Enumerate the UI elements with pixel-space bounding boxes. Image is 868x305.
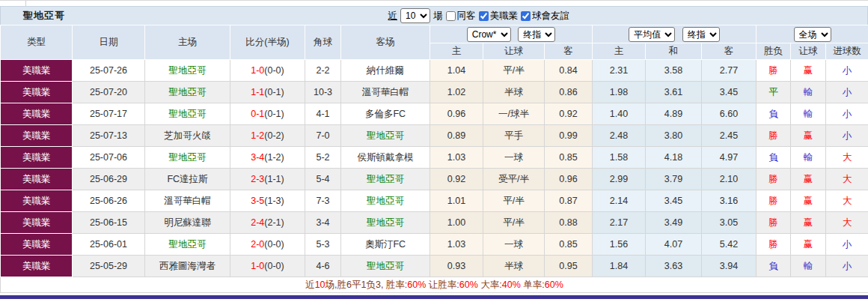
- handicap-result-cell: 赢: [791, 234, 826, 256]
- handicap-away-odds-cell: 0.96: [545, 169, 593, 190]
- away-team-cell: 侯斯頓戴拿模: [341, 147, 430, 169]
- result-cell: 勝: [757, 60, 791, 82]
- fulltime-score: 2-0: [251, 239, 264, 250]
- date-cell: 25-06-01: [73, 234, 145, 256]
- score-cell: 1-0(0-0): [230, 60, 305, 82]
- same-venue-checkbox[interactable]: [446, 11, 456, 21]
- avg-away-odds-cell: 2.45: [702, 125, 757, 147]
- friendly-checkbox[interactable]: [521, 11, 531, 21]
- away-team-cell: 多倫多FC: [341, 103, 430, 125]
- avg-away-odds-cell: 3.16: [702, 190, 757, 212]
- halftime-score: (0-0): [264, 65, 284, 76]
- halftime-score: (0-1): [264, 109, 284, 119]
- corner-cell: 4-1: [305, 103, 341, 125]
- handicap-line-cell: 一/球半: [483, 103, 545, 125]
- col-header-score: 比分(半场): [230, 25, 305, 60]
- date-cell: 25-06-15: [73, 212, 145, 234]
- scope-select[interactable]: 全场: [794, 27, 831, 42]
- home-team-cell: 溫哥華白帽: [145, 190, 230, 212]
- halftime-score: (0-0): [264, 261, 284, 271]
- recent-link[interactable]: 近: [388, 10, 398, 22]
- avg-home-odds-cell: 2.17: [593, 212, 646, 234]
- table-row: 美職業 25-06-29 FC達拉斯 2-3(1-1) 5-4 聖地亞哥 0.9…: [1, 169, 868, 190]
- summary-segment: 60%: [459, 280, 478, 290]
- match-count-select[interactable]: 10: [400, 8, 430, 23]
- result-cell: 勝: [757, 190, 791, 212]
- handicap-away-odds-cell: 0.87: [545, 190, 593, 212]
- halftime-score: (1-2): [264, 152, 284, 163]
- mls-checkbox[interactable]: [479, 11, 489, 21]
- avg-draw-odds-cell: 4.89: [646, 103, 702, 125]
- result-cell: 負: [757, 147, 791, 169]
- fulltime-score: 2-4: [251, 217, 264, 228]
- handicap-home-odds-cell: 0.93: [430, 256, 483, 277]
- fulltime-score: 2-3: [251, 174, 264, 184]
- summary-segment: 近: [305, 280, 315, 290]
- handicap-result-cell: 赢: [791, 190, 826, 212]
- fulltime-score: 3-4: [251, 152, 264, 163]
- handicap-line-cell: 一球: [483, 147, 545, 169]
- league-cell: 美職業: [1, 256, 73, 277]
- handicap-home-odds-cell: 0.96: [430, 103, 483, 125]
- corner-cell: 4-6: [305, 256, 341, 277]
- col-header-avg-draw: 和: [646, 43, 702, 60]
- col-header-avg-away: 客: [702, 43, 757, 60]
- avg-home-odds-cell: 1.56: [593, 234, 646, 256]
- col-header-handicap-line: 让球: [483, 43, 545, 60]
- avg-home-odds-cell: 2.14: [593, 190, 646, 212]
- matches-unit-label: 場: [433, 10, 443, 22]
- handicap-line-cell: 平/半: [483, 212, 545, 234]
- handicap-home-odds-cell: 1.03: [430, 147, 483, 169]
- fulltime-score: 1-1: [251, 87, 264, 97]
- halftime-score: (1-1): [264, 174, 284, 184]
- avg-away-odds-cell: 6.60: [702, 103, 757, 125]
- handicap-result-cell: 輸: [791, 82, 826, 103]
- goals-result-cell: 小: [826, 234, 868, 256]
- avg-home-odds-cell: 1.98: [593, 82, 646, 103]
- table-row: 美職業 25-06-01 聖地亞哥 2-0(0-0) 5-3 奧斯汀FC 1.0…: [1, 234, 868, 256]
- fulltime-score: 3-5: [251, 196, 264, 206]
- odds-stage-select[interactable]: 终指: [518, 27, 555, 42]
- table-row: 美職業 25-07-20 聖地亞哥 1-1(0-1) 10-3 溫哥華白帽 1.…: [1, 82, 868, 103]
- col-header-away: 客场: [341, 25, 430, 60]
- summary-segment: 60%: [545, 280, 563, 290]
- home-team-cell: 聖地亞哥: [145, 103, 230, 125]
- score-cell: 3-4(1-2): [230, 147, 305, 169]
- goals-result-cell: 大: [826, 212, 868, 234]
- summary-segment: 大率:: [478, 280, 502, 290]
- corner-cell: 3-4: [305, 212, 341, 234]
- same-venue-checkbox-row[interactable]: 同客: [446, 10, 476, 22]
- goals-result-cell: 小: [826, 256, 868, 277]
- handicap-result-cell: 輸: [791, 103, 826, 125]
- fulltime-score: 1-0: [251, 261, 264, 271]
- avg-away-odds-cell: 3.94: [702, 256, 757, 277]
- handicap-away-odds-cell: 0.86: [545, 82, 593, 103]
- score-cell: 3-5(1-3): [230, 190, 305, 212]
- date-cell: 25-07-13: [73, 125, 145, 147]
- halftime-score: (1-3): [264, 196, 284, 206]
- friendly-checkbox-row[interactable]: 球會友誼: [521, 10, 569, 22]
- mls-label: 美職業: [490, 10, 519, 22]
- away-team-cell: 聖地亞哥: [341, 125, 430, 147]
- table-row: 美職業 25-07-13 芝加哥火燄 1-2(0-2) 7-0 聖地亞哥 0.8…: [1, 125, 868, 147]
- summary-segment: 单率:: [521, 280, 545, 290]
- avg-home-odds-cell: 2.99: [593, 169, 646, 190]
- handicap-result-cell: 赢: [791, 125, 826, 147]
- summary-segment: 让胜率:: [426, 280, 459, 290]
- score-cell: 0-1(0-1): [230, 103, 305, 125]
- avg-stage-select[interactable]: 终指: [682, 27, 720, 42]
- odds-company-select[interactable]: Crow*: [467, 27, 511, 42]
- league-cell: 美職業: [1, 190, 73, 212]
- mls-checkbox-row[interactable]: 美職業: [479, 10, 519, 22]
- away-team-cell: 納什維爾: [341, 60, 430, 82]
- friendly-label: 球會友誼: [532, 10, 569, 22]
- handicap-home-odds-cell: 1.02: [430, 82, 483, 103]
- avg-away-odds-cell: 3.45: [702, 82, 757, 103]
- league-cell: 美職業: [1, 103, 73, 125]
- top-divider: [0, 0, 868, 6]
- col-header-corner: 角球: [305, 25, 341, 60]
- avg-source-select[interactable]: 平均值: [629, 27, 675, 42]
- halftime-score: (2-1): [264, 217, 284, 228]
- handicap-result-cell: 輸: [791, 256, 826, 277]
- handicap-line-cell: 一球: [483, 234, 545, 256]
